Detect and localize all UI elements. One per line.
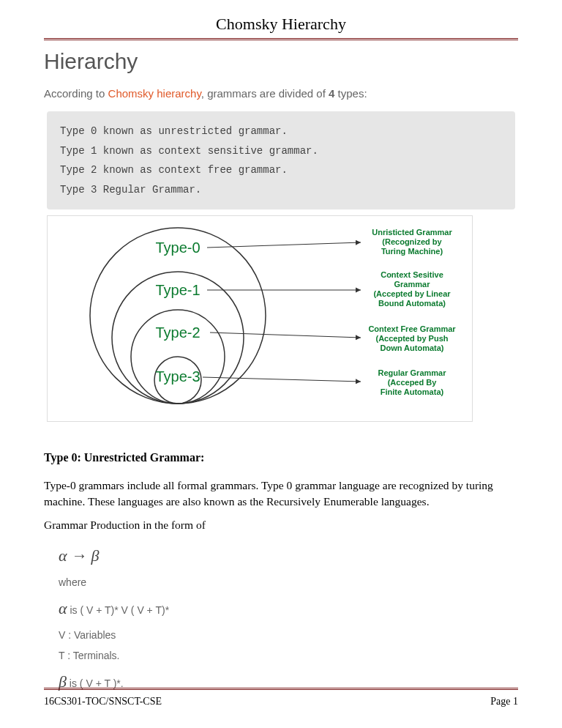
- desc-t1-line1: Context Sesitive: [381, 270, 443, 279]
- code-line-1: Type 0 known as unrestricted grammar.: [60, 122, 502, 141]
- intro-text: According to Chomsky hierarchy, grammars…: [44, 87, 518, 100]
- label-type3: Type-3: [155, 368, 200, 385]
- desc-t0-line3: Turing Machine): [381, 247, 443, 256]
- desc-t2-line3: Down Automata): [381, 343, 444, 352]
- footer-rule: [44, 688, 518, 690]
- desc-t0-line1: Unristicted Grammar: [372, 228, 452, 237]
- production-rule: α → β: [59, 540, 518, 572]
- code-line-3: Type 2 known as context free grammar.: [60, 160, 502, 180]
- arrow-type2: [210, 333, 361, 338]
- header-rule: [44, 38, 518, 40]
- alpha-definition: is ( V + T)* V ( V + T)*: [67, 604, 170, 616]
- grammar-types-code-box: Type 0 known as unrestricted grammar. Ty…: [47, 111, 515, 209]
- desc-t2-line2: (Accepted by Push: [375, 334, 448, 343]
- formula-block: α → β where α is ( V + T)* V ( V + T)* V…: [59, 540, 518, 698]
- footer-right: Page 1: [490, 696, 518, 707]
- alpha-symbol: α: [59, 599, 67, 617]
- grammar-production-intro: Grammar Production in the form of: [44, 517, 518, 533]
- venn-diagram-svg: Type-0 Type-1 Type-2 Type-3 Unristicted …: [53, 222, 466, 412]
- desc-t3-line2: (Acceped By: [388, 378, 438, 387]
- page-title: Chomsky Hierarchy: [44, 15, 518, 35]
- section-heading: Hierarchy: [44, 49, 518, 74]
- footer-left: 16CS301-TOC/SNSCT-CSE: [44, 696, 162, 707]
- intro-highlight: Chomsky hierarchy: [108, 87, 201, 100]
- desc-t2-line1: Context Free Grammar: [368, 324, 456, 333]
- intro-mid: , grammars are divided of: [201, 87, 329, 100]
- t-definition: T : Terminals.: [59, 645, 518, 666]
- desc-t1-line2: Grammar: [394, 280, 431, 289]
- code-line-4: Type 3 Regular Grammar.: [60, 180, 502, 200]
- type0-paragraph: Type-0 grammars include all formal gramm…: [44, 478, 518, 509]
- v-definition: V : Variables: [59, 625, 518, 645]
- label-type0: Type-0: [155, 239, 200, 256]
- code-line-2: Type 1 known as context sensitive gramma…: [60, 141, 502, 161]
- hierarchy-diagram: Type-0 Type-1 Type-2 Type-3 Unristicted …: [47, 215, 473, 422]
- intro-prefix: According to: [44, 87, 108, 100]
- desc-t0-line2: (Recognized by: [382, 237, 442, 246]
- desc-t1-line4: Bound Automata): [378, 299, 446, 308]
- label-type2: Type-2: [155, 324, 200, 341]
- desc-t3-line3: Finite Automata): [381, 387, 444, 396]
- page-footer: 16CS301-TOC/SNSCT-CSE Page 1: [44, 688, 518, 707]
- desc-t3-line1: Regular Grammar: [378, 368, 447, 377]
- desc-t1-line3: (Accepted by Linear: [373, 289, 451, 298]
- where-label: where: [59, 572, 518, 593]
- arrow-type3: [203, 377, 361, 382]
- intro-suffix: types:: [334, 87, 367, 100]
- type0-heading: Type 0: Unrestricted Grammar:: [44, 451, 518, 464]
- label-type1: Type-1: [155, 282, 200, 298]
